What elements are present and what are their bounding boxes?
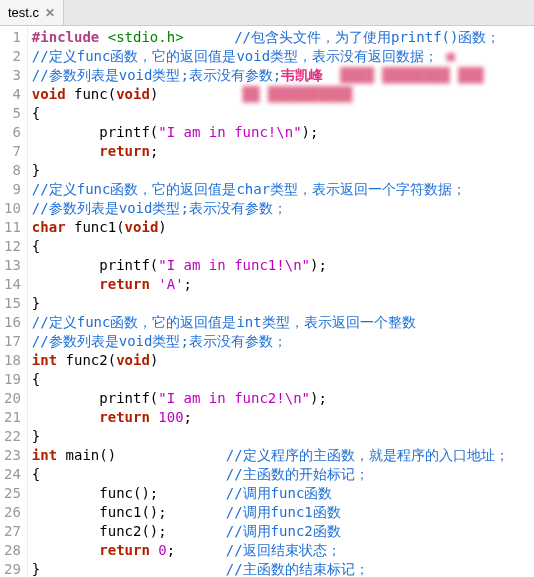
code-line[interactable]: //参数列表是void类型;表示没有参数;韦凯峰 ████ ████████ █…	[32, 66, 530, 85]
code-line[interactable]: func2(); //调用func2函数	[32, 522, 530, 541]
line-number: 19	[4, 370, 21, 389]
code-line[interactable]: return;	[32, 142, 530, 161]
code-token	[40, 466, 225, 482]
code-token: {	[32, 371, 40, 387]
tab-bar: test.c ✕	[0, 0, 534, 26]
code-token: func1(	[66, 219, 125, 235]
close-icon[interactable]: ✕	[45, 6, 55, 20]
code-line[interactable]: return 'A';	[32, 275, 530, 294]
code-line[interactable]: //定义func函数，它的返回值是void类型，表示没有返回数据； ■	[32, 47, 530, 66]
code-token: char	[32, 219, 66, 235]
code-token	[438, 48, 446, 64]
code-token: func();	[32, 485, 158, 501]
code-line[interactable]: printf("I am in func1!\n");	[32, 256, 530, 275]
code-token	[167, 504, 226, 520]
code-token: "I am in func2!\n"	[158, 390, 310, 406]
code-token: //主函数的开始标记；	[226, 466, 369, 482]
code-token: printf(	[32, 257, 158, 273]
code-token: }	[32, 162, 40, 178]
code-line[interactable]: return 100;	[32, 408, 530, 427]
code-token: "I am in func1!\n"	[158, 257, 310, 273]
code-token: "I am in func!\n"	[158, 124, 301, 140]
editor-area: 1234567891011121314151617181920212223242…	[0, 26, 534, 577]
line-number: 8	[4, 161, 21, 180]
file-tab[interactable]: test.c ✕	[0, 0, 64, 25]
line-number: 5	[4, 104, 21, 123]
line-number-gutter: 1234567891011121314151617181920212223242…	[0, 26, 28, 577]
code-line[interactable]: func1(); //调用func1函数	[32, 503, 530, 522]
line-number: 17	[4, 332, 21, 351]
code-token: 100	[158, 409, 183, 425]
code-token: void	[32, 86, 66, 102]
code-line[interactable]: //参数列表是void类型;表示没有参数；	[32, 199, 530, 218]
code-line[interactable]: int main() //定义程序的主函数，就是程序的入口地址；	[32, 446, 530, 465]
code-token: 韦凯峰	[281, 67, 323, 83]
line-number: 29	[4, 560, 21, 577]
code-line[interactable]: func(); //调用func函数	[32, 484, 530, 503]
code-token: int	[32, 352, 57, 368]
code-token: func(	[66, 86, 117, 102]
code-token: //调用func函数	[226, 485, 333, 501]
code-token: return	[99, 409, 150, 425]
code-token: ;	[150, 143, 158, 159]
code-line[interactable]: }	[32, 427, 530, 446]
code-line[interactable]: { //主函数的开始标记；	[32, 465, 530, 484]
code-token: //参数列表是void类型;表示没有参数;	[32, 67, 281, 83]
code-line[interactable]: {	[32, 237, 530, 256]
line-number: 6	[4, 123, 21, 142]
code-token: //定义func函数，它的返回值是void类型，表示没有返回数据；	[32, 48, 438, 64]
code-token: return	[99, 542, 150, 558]
code-line[interactable]: char func1(void)	[32, 218, 530, 237]
code-line[interactable]: printf("I am in func2!\n");	[32, 389, 530, 408]
code-token: ;	[167, 542, 175, 558]
code-token: //定义func函数，它的返回值是int类型，表示返回一个整数	[32, 314, 416, 330]
code-line[interactable]: int func2(void)	[32, 351, 530, 370]
code-token: //包含头文件，为了使用printf()函数；	[234, 29, 500, 45]
code-token: 'A'	[158, 276, 183, 292]
code-token: return	[99, 143, 150, 159]
code-line[interactable]: void func(void) ██ ██████████	[32, 85, 530, 104]
code-token: ■	[447, 48, 455, 64]
line-number: 25	[4, 484, 21, 503]
code-line[interactable]: } //主函数的结束标记；	[32, 560, 530, 577]
code-line[interactable]: #include <stdio.h> //包含头文件，为了使用printf()函…	[32, 28, 530, 47]
code-token: void	[116, 352, 150, 368]
line-number: 15	[4, 294, 21, 313]
line-number: 7	[4, 142, 21, 161]
line-number: 21	[4, 408, 21, 427]
code-token: ████ ████████ ███	[340, 67, 483, 83]
line-number: 18	[4, 351, 21, 370]
code-token	[32, 409, 99, 425]
line-number: 24	[4, 465, 21, 484]
code-line[interactable]: }	[32, 294, 530, 313]
code-token: )	[150, 352, 158, 368]
code-line[interactable]: printf("I am in func!\n");	[32, 123, 530, 142]
code-token	[167, 523, 226, 539]
line-number: 3	[4, 66, 21, 85]
code-line[interactable]: //参数列表是void类型;表示没有参数；	[32, 332, 530, 351]
code-token	[116, 447, 226, 463]
code-token	[323, 67, 340, 83]
code-token	[158, 485, 225, 501]
line-number: 23	[4, 446, 21, 465]
code-token: void	[125, 219, 159, 235]
tab-filename: test.c	[8, 5, 39, 20]
code-token: //定义func函数，它的返回值是char类型，表示返回一个字符数据；	[32, 181, 466, 197]
code-token: int	[32, 447, 57, 463]
code-line[interactable]: return 0; //返回结束状态；	[32, 541, 530, 560]
code-token: //主函数的结束标记；	[226, 561, 369, 577]
code-token: {	[32, 238, 40, 254]
code-token: //定义程序的主函数，就是程序的入口地址；	[226, 447, 509, 463]
code-line[interactable]: {	[32, 370, 530, 389]
code-line[interactable]: //定义func函数，它的返回值是int类型，表示返回一个整数	[32, 313, 530, 332]
code-line[interactable]: //定义func函数，它的返回值是char类型，表示返回一个字符数据；	[32, 180, 530, 199]
line-number: 22	[4, 427, 21, 446]
code-line[interactable]: {	[32, 104, 530, 123]
code-token: 0	[158, 542, 166, 558]
code-token: printf(	[32, 124, 158, 140]
code-content[interactable]: #include <stdio.h> //包含头文件，为了使用printf()函…	[28, 26, 534, 577]
code-token: #include	[32, 29, 108, 45]
code-token	[175, 542, 226, 558]
code-line[interactable]: }	[32, 161, 530, 180]
code-token: func2();	[32, 523, 167, 539]
